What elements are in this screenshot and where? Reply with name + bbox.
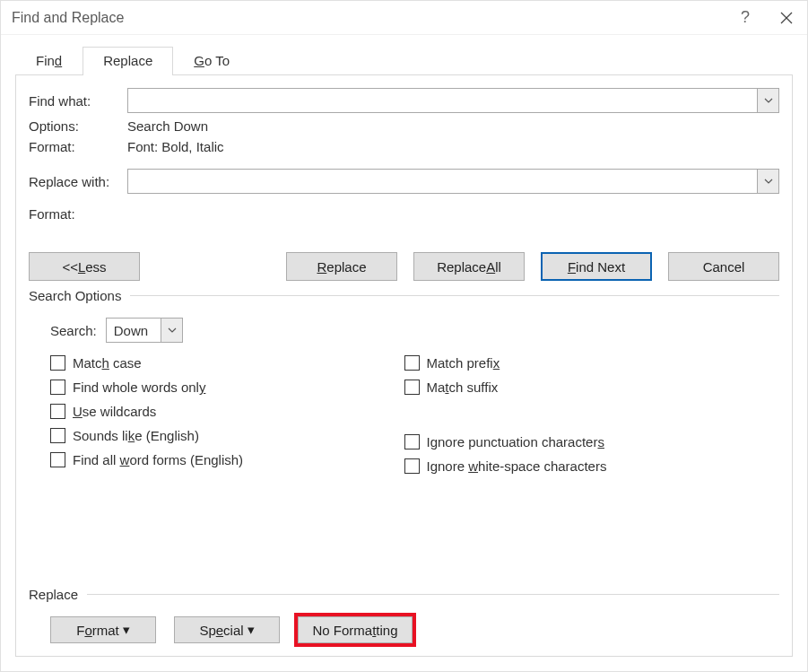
- format-row: Format: Font: Bold, Italic: [29, 139, 779, 154]
- dialog-title: Find and Replace: [12, 10, 725, 26]
- replace-all-button[interactable]: Replace All: [413, 252, 525, 281]
- match-prefix-checkbox[interactable]: Match prefix: [404, 355, 780, 371]
- checkbox-icon: [404, 458, 420, 474]
- match-case-checkbox[interactable]: Match case: [50, 355, 404, 371]
- checkbox-icon: [50, 428, 65, 443]
- cancel-button[interactable]: Cancel: [668, 252, 779, 281]
- checkbox-icon: [50, 355, 65, 371]
- help-button[interactable]: ?: [725, 1, 766, 35]
- search-direction-value: Down: [107, 319, 161, 342]
- search-direction-select[interactable]: Down: [106, 318, 183, 343]
- find-what-dropdown[interactable]: [757, 89, 778, 112]
- no-formatting-button[interactable]: No Formatting: [298, 616, 413, 643]
- format2-label: Format:: [29, 206, 127, 222]
- find-what-input[interactable]: [127, 88, 779, 113]
- ignore-whitespace-checkbox[interactable]: Ignore white-space characters: [404, 458, 780, 474]
- replace-button[interactable]: Replace: [286, 252, 397, 281]
- replace-with-row: Replace with:: [29, 169, 779, 194]
- options-value: Search Down: [127, 118, 208, 134]
- format-value: Font: Bold, Italic: [127, 139, 224, 154]
- find-what-label: Find what:: [29, 93, 127, 109]
- titlebar: Find and Replace ?: [1, 1, 807, 35]
- checkbox-icon: [404, 380, 420, 395]
- tab-replace[interactable]: Replace: [83, 47, 173, 75]
- action-button-row: << Less Replace Replace All Find Next Ca…: [29, 252, 779, 281]
- sounds-like-checkbox[interactable]: Sounds like (English): [50, 428, 404, 443]
- word-forms-checkbox[interactable]: Find all word forms (English): [50, 452, 404, 467]
- close-icon: [780, 12, 793, 24]
- options-row: Options: Search Down: [29, 118, 779, 134]
- search-direction-label: Search:: [50, 323, 97, 338]
- replace-with-text[interactable]: [128, 170, 757, 193]
- find-what-row: Find what:: [29, 88, 779, 113]
- special-button[interactable]: Special ▾: [174, 616, 280, 643]
- whole-words-checkbox[interactable]: Find whole words only: [50, 380, 404, 395]
- chevron-down-icon: [764, 98, 773, 103]
- search-options-divider: Search Options: [29, 288, 779, 303]
- chevron-down-icon: [168, 327, 177, 333]
- checkbox-icon: [404, 355, 420, 371]
- tab-goto[interactable]: Go To: [173, 47, 250, 75]
- replace-section-buttons: Format ▾ Special ▾ No Formatting: [50, 616, 779, 643]
- wildcards-checkbox[interactable]: Use wildcards: [50, 404, 404, 419]
- checkbox-icon: [50, 380, 65, 395]
- tab-panel: Find what: Options: Search Down Format: …: [15, 74, 793, 657]
- search-direction-row: Search: Down: [50, 318, 779, 343]
- highlight-annotation: No Formatting: [294, 613, 416, 647]
- format2-row: Format:: [29, 206, 779, 222]
- find-what-text[interactable]: [128, 89, 757, 112]
- match-suffix-checkbox[interactable]: Match suffix: [404, 380, 780, 395]
- tab-find[interactable]: Find: [15, 47, 83, 75]
- checkbox-col-left: Match case Find whole words only Use wil…: [29, 355, 404, 483]
- chevron-down-icon: [764, 179, 773, 184]
- options-label: Options:: [29, 118, 127, 134]
- search-options-legend: Search Options: [29, 288, 130, 303]
- replace-section-legend: Replace: [29, 587, 87, 602]
- close-button[interactable]: [766, 1, 807, 35]
- replace-with-label: Replace with:: [29, 174, 127, 189]
- checkbox-icon: [50, 404, 65, 419]
- format-button[interactable]: Format ▾: [50, 616, 156, 643]
- less-button[interactable]: << Less: [29, 252, 140, 281]
- caret-down-icon: ▾: [123, 622, 130, 638]
- dialog-window: Find and Replace ? Find Replace Go To Fi…: [0, 0, 808, 672]
- format-label: Format:: [29, 139, 127, 154]
- find-next-button[interactable]: Find Next: [541, 252, 652, 281]
- replace-section-divider: Replace: [29, 587, 779, 602]
- tab-strip: Find Replace Go To: [15, 46, 793, 74]
- dialog-content: Find Replace Go To Find what: Options: S…: [1, 35, 807, 671]
- checkbox-icon: [50, 452, 65, 467]
- caret-down-icon: ▾: [248, 622, 255, 638]
- checkbox-columns: Match case Find whole words only Use wil…: [29, 355, 779, 483]
- ignore-punct-checkbox[interactable]: Ignore punctuation characters: [404, 434, 780, 449]
- checkbox-icon: [404, 434, 420, 449]
- replace-with-input[interactable]: [127, 169, 779, 194]
- checkbox-col-right: Match prefix Match suffix Ignore punctua…: [404, 355, 780, 483]
- replace-with-dropdown[interactable]: [757, 170, 778, 193]
- search-direction-dropdown[interactable]: [161, 319, 182, 342]
